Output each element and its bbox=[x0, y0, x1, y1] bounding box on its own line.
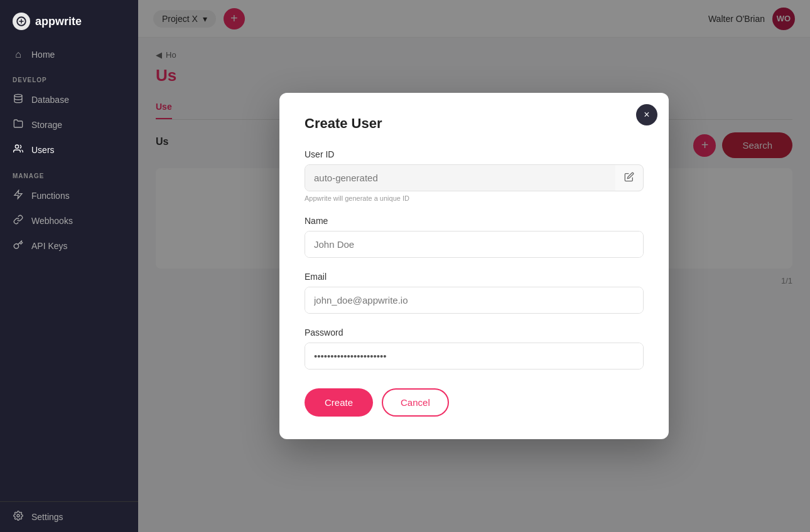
user-id-input[interactable] bbox=[305, 165, 615, 191]
password-input-row bbox=[305, 343, 644, 370]
cancel-button[interactable]: Cancel bbox=[382, 388, 449, 417]
sidebar-item-users[interactable]: Users bbox=[0, 137, 138, 162]
sidebar-item-database[interactable]: Database bbox=[0, 87, 138, 112]
main-content-area: Project X ▾ + Walter O'Brian WO ◀ Ho Us … bbox=[138, 0, 810, 532]
svg-point-1 bbox=[14, 94, 22, 97]
sidebar-item-settings[interactable]: Settings bbox=[0, 502, 138, 532]
name-input-row bbox=[305, 231, 644, 258]
password-input[interactable] bbox=[305, 343, 643, 369]
database-icon bbox=[13, 93, 24, 106]
modal-actions: Create Cancel bbox=[305, 388, 644, 417]
password-field-group: Password bbox=[305, 327, 644, 370]
sidebar-item-functions[interactable]: Functions bbox=[0, 183, 138, 208]
sidebar-section-manage: MANAGE bbox=[0, 162, 138, 183]
webhooks-icon bbox=[13, 215, 24, 227]
appwrite-logo-icon bbox=[13, 13, 30, 30]
sidebar: appwrite ⌂ Home DEVELOP Database Storage… bbox=[0, 0, 138, 532]
email-field-group: Email bbox=[305, 272, 644, 314]
name-label: Name bbox=[305, 216, 644, 226]
create-user-modal: Create User × User ID Appwrite will gene… bbox=[279, 93, 669, 439]
password-label: Password bbox=[305, 327, 644, 338]
sidebar-item-storage[interactable]: Storage bbox=[0, 112, 138, 137]
name-input[interactable] bbox=[305, 231, 643, 257]
modal-close-button[interactable]: × bbox=[636, 104, 657, 125]
sidebar-item-webhooks[interactable]: Webhooks bbox=[0, 208, 138, 233]
modal-overlay: Create User × User ID Appwrite will gene… bbox=[138, 0, 810, 532]
email-input-row bbox=[305, 287, 644, 314]
name-field-group: Name bbox=[305, 216, 644, 258]
user-id-field-group: User ID Appwrite will generate a unique … bbox=[305, 149, 644, 202]
email-label: Email bbox=[305, 272, 644, 282]
email-input[interactable] bbox=[305, 287, 643, 313]
storage-icon bbox=[13, 119, 24, 131]
user-id-input-row bbox=[305, 164, 644, 191]
sidebar-item-home[interactable]: ⌂ Home bbox=[0, 43, 138, 66]
create-button[interactable]: Create bbox=[305, 388, 373, 417]
user-id-hint: Appwrite will generate a unique ID bbox=[305, 194, 644, 202]
modal-title: Create User bbox=[305, 115, 644, 132]
svg-point-4 bbox=[17, 514, 19, 517]
users-icon bbox=[13, 144, 24, 156]
settings-icon bbox=[13, 511, 24, 523]
user-id-label: User ID bbox=[305, 149, 644, 159]
api-keys-icon bbox=[13, 240, 24, 252]
functions-icon bbox=[13, 189, 24, 202]
svg-point-2 bbox=[15, 145, 18, 148]
home-icon: ⌂ bbox=[13, 49, 24, 60]
sidebar-logo: appwrite bbox=[0, 0, 138, 43]
sidebar-item-api-keys[interactable]: API Keys bbox=[0, 233, 138, 258]
sidebar-section-develop: DEVELOP bbox=[0, 66, 138, 87]
sidebar-bottom: Settings bbox=[0, 501, 138, 532]
svg-marker-3 bbox=[14, 190, 22, 198]
logo-text: appwrite bbox=[35, 15, 82, 28]
user-id-edit-button[interactable] bbox=[615, 166, 643, 191]
